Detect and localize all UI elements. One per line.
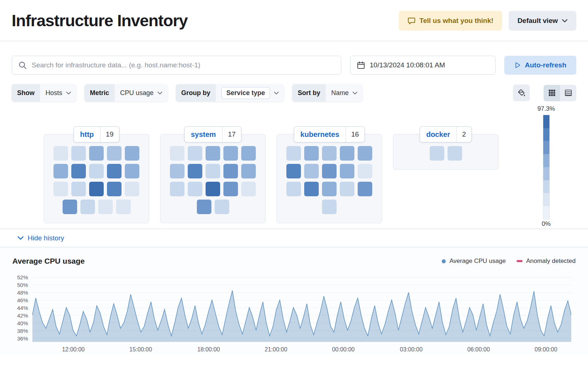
host-square[interactable] <box>223 182 238 196</box>
color-scale-max: 97.3% <box>535 105 557 113</box>
date-picker[interactable]: 10/13/2024 10:08:01 AM <box>350 56 496 75</box>
host-square[interactable] <box>215 200 229 214</box>
host-square[interactable] <box>53 182 68 196</box>
group-by-filter-select[interactable]: Service type <box>216 84 284 102</box>
host-square[interactable] <box>223 146 238 161</box>
host-square[interactable] <box>188 164 202 178</box>
host-square[interactable] <box>206 146 220 161</box>
host-square[interactable] <box>53 146 68 161</box>
plot-area <box>32 273 571 342</box>
x-axis-label: 09:00:00 <box>535 346 557 353</box>
search-input[interactable] <box>12 56 341 75</box>
host-square[interactable] <box>89 164 104 178</box>
legend-gradient-bar[interactable] <box>543 115 550 220</box>
host-square[interactable] <box>80 200 95 214</box>
host-square[interactable] <box>125 146 139 161</box>
host-square[interactable] <box>53 164 68 178</box>
host-square[interactable] <box>71 182 86 196</box>
legend-item-anomaly[interactable]: Anomaly detected <box>517 257 576 265</box>
show-filter: Show Hosts <box>12 84 76 102</box>
waffle-group-system: system 17 <box>160 134 266 223</box>
host-square[interactable] <box>125 182 139 196</box>
group-count: 16 <box>345 127 364 142</box>
host-square[interactable] <box>188 182 202 196</box>
x-axis-label: 06:00:00 <box>467 346 490 353</box>
host-square[interactable] <box>322 182 337 196</box>
host-square[interactable] <box>125 164 139 178</box>
host-row <box>53 164 139 178</box>
sort-by-filter-select[interactable]: Name <box>326 84 363 102</box>
table-view-button[interactable] <box>560 85 576 101</box>
host-square[interactable] <box>107 164 122 178</box>
host-square[interactable] <box>286 182 301 196</box>
host-square[interactable] <box>358 146 372 161</box>
chevron-down-icon <box>562 19 568 23</box>
host-square[interactable] <box>322 146 337 161</box>
host-square[interactable] <box>430 146 444 161</box>
host-square[interactable] <box>107 146 122 161</box>
show-filter-value: Hosts <box>45 89 62 97</box>
host-square[interactable] <box>358 164 372 178</box>
group-count: 2 <box>456 127 472 142</box>
host-square[interactable] <box>170 164 184 178</box>
host-square[interactable] <box>98 200 113 214</box>
host-square[interactable] <box>241 182 256 196</box>
host-square[interactable] <box>241 164 256 178</box>
host-square[interactable] <box>340 182 354 196</box>
host-square[interactable] <box>304 146 319 161</box>
host-row <box>286 164 372 178</box>
group-badge[interactable]: docker 2 <box>420 126 472 142</box>
show-filter-select[interactable]: Hosts <box>40 84 76 102</box>
host-square[interactable] <box>286 164 301 178</box>
host-square[interactable] <box>107 182 122 196</box>
host-square[interactable] <box>304 182 319 196</box>
host-square[interactable] <box>206 164 220 178</box>
waffle-groups: http 19 system 17 kubernetes 16 <box>44 134 576 223</box>
cpu-usage-chart[interactable]: 52%50%48%46%44%42%40%38%36% 12:00:0015:0… <box>12 272 576 359</box>
chevron-down-icon <box>274 91 279 95</box>
host-square[interactable] <box>448 146 462 161</box>
host-square[interactable] <box>116 200 131 214</box>
group-badge[interactable]: system 17 <box>184 126 241 142</box>
host-square[interactable] <box>223 164 238 178</box>
host-square[interactable] <box>188 146 202 161</box>
host-square[interactable] <box>197 200 211 214</box>
host-square[interactable] <box>170 146 184 161</box>
feedback-button[interactable]: Tell us what you think! <box>399 11 502 31</box>
host-square[interactable] <box>71 164 86 178</box>
hide-history-label: Hide history <box>28 234 64 242</box>
host-square[interactable] <box>286 146 301 161</box>
y-axis-label: 52% <box>17 274 28 280</box>
chevron-down-icon <box>353 91 357 95</box>
host-square[interactable] <box>241 146 256 161</box>
auto-refresh-button[interactable]: Auto-refresh <box>504 56 576 75</box>
grid-view-button[interactable] <box>544 85 560 101</box>
palette-button[interactable] <box>513 84 530 101</box>
host-square[interactable] <box>63 200 77 214</box>
host-square[interactable] <box>340 164 354 178</box>
host-square[interactable] <box>206 182 220 196</box>
host-square[interactable] <box>358 182 372 196</box>
host-square[interactable] <box>340 146 354 161</box>
play-icon <box>514 62 521 68</box>
legend-item-cpu[interactable]: Average CPU usage <box>442 257 506 265</box>
x-axis-label: 00:00:00 <box>332 346 354 353</box>
group-count: 19 <box>100 127 119 142</box>
calendar-icon <box>357 61 365 69</box>
default-view-button[interactable]: Default view <box>509 11 576 31</box>
host-square[interactable] <box>304 164 319 178</box>
x-axis-label: 21:00:00 <box>265 346 287 353</box>
host-square[interactable] <box>71 146 86 161</box>
host-row <box>286 182 372 196</box>
host-square[interactable] <box>170 182 184 196</box>
group-badge[interactable]: http 19 <box>74 126 119 142</box>
page-header: Infrastructure Inventory Tell us what yo… <box>0 0 588 41</box>
default-view-label: Default view <box>517 17 558 25</box>
host-square[interactable] <box>322 200 337 214</box>
host-square[interactable] <box>89 182 104 196</box>
host-square[interactable] <box>89 146 104 161</box>
group-badge[interactable]: kubernetes 16 <box>294 126 365 142</box>
metric-filter-select[interactable]: CPU usage <box>115 84 168 102</box>
hide-history-toggle[interactable]: Hide history <box>0 229 588 247</box>
host-square[interactable] <box>322 164 337 178</box>
